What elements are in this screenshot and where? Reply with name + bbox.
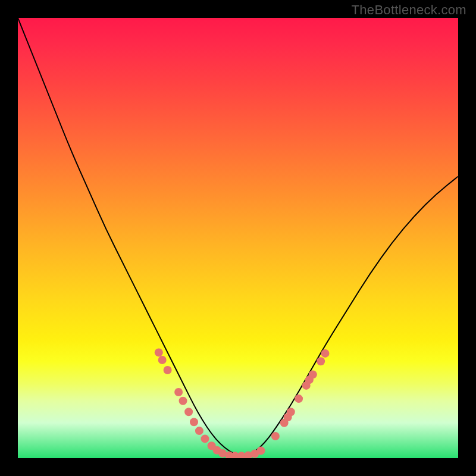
marker-dot xyxy=(257,446,265,455)
marker-dot xyxy=(174,388,183,396)
marker-dot xyxy=(287,408,295,416)
bottleneck-curve-line xyxy=(18,18,458,456)
marker-cluster-right xyxy=(271,349,330,440)
curve-svg xyxy=(18,18,458,458)
marker-dot xyxy=(271,432,280,440)
marker-dot xyxy=(158,356,167,364)
marker-dot xyxy=(317,357,325,365)
marker-dot xyxy=(309,370,317,378)
plot-area xyxy=(18,18,458,458)
watermark-text: TheBottleneck.com xyxy=(352,2,466,18)
marker-dot xyxy=(164,366,172,374)
marker-dot xyxy=(155,348,163,356)
marker-cluster-left xyxy=(155,348,265,458)
marker-dot xyxy=(295,394,303,403)
chart-stage: TheBottleneck.com xyxy=(0,0,476,476)
marker-dot xyxy=(201,434,209,443)
marker-dot xyxy=(195,427,203,435)
marker-dot xyxy=(184,408,193,416)
marker-dot xyxy=(179,397,187,405)
marker-dot xyxy=(190,418,198,426)
marker-dot xyxy=(321,349,330,358)
